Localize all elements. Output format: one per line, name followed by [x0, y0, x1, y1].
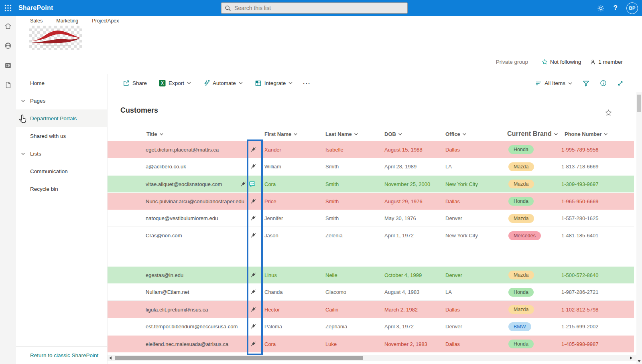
- pin-icon[interactable]: [250, 324, 256, 330]
- table-row[interactable]: eget.dictum.placerat@mattis.caXanderIsab…: [108, 141, 634, 158]
- tab-marketing[interactable]: Marketing: [56, 18, 78, 24]
- scroll-down-arrow[interactable]: [638, 360, 641, 362]
- column-header-office[interactable]: Office: [443, 131, 499, 137]
- table-row[interactable]: Nullam@Etiam.netChandaGiacomoAugust 4, 1…: [108, 284, 634, 301]
- comment-icon[interactable]: [249, 181, 256, 187]
- sidebar-item-department-portals[interactable]: Department Portals: [16, 109, 107, 127]
- share-button[interactable]: Share: [123, 80, 147, 87]
- tab-projectapex[interactable]: ProjectApex: [92, 18, 119, 24]
- table-row[interactable]: vitae.aliquet@sociisnatoque.comCoraSmith…: [108, 176, 634, 192]
- pin-icon[interactable]: [250, 233, 256, 239]
- pin-icon[interactable]: [250, 164, 256, 170]
- scroll-left-arrow[interactable]: [109, 356, 112, 360]
- sidebar-item-shared-with-us[interactable]: Shared with us: [16, 127, 107, 145]
- sidebar-item-label: Lists: [30, 151, 41, 157]
- fullscreen-button[interactable]: [617, 80, 624, 87]
- column-header-dob[interactable]: DOB: [382, 131, 443, 137]
- scroll-right-arrow[interactable]: [630, 356, 632, 360]
- cell-office: New York City: [443, 181, 499, 187]
- table-row[interactable]: Nunc.pulvinar.arcu@conubianostraper.eduP…: [108, 193, 634, 210]
- cell-first-name: Xander: [262, 147, 323, 153]
- cell-title[interactable]: egestas@in.edu: [108, 272, 244, 278]
- cell-pin: [244, 307, 262, 313]
- follow-button[interactable]: Not following: [542, 59, 581, 65]
- sidebar-item-home[interactable]: Home: [16, 74, 107, 92]
- cell-phone: 1-500-572-8640: [559, 272, 634, 278]
- sidebar-item-recycle-bin[interactable]: Recycle bin: [16, 180, 107, 198]
- cell-pin: [244, 324, 262, 330]
- cell-office: Denver: [443, 324, 499, 330]
- table-row[interactable]: est.tempor.bibendum@neccursusa.comPaloma…: [108, 318, 634, 335]
- favorite-star-button[interactable]: [605, 109, 612, 116]
- rail-news-button[interactable]: [0, 55, 16, 75]
- cell-title[interactable]: eleifend.nec.malesuada@atrisus.ca: [108, 341, 244, 347]
- cell-title[interactable]: Nunc.pulvinar.arcu@conubianostraper.edu: [108, 198, 244, 204]
- automate-button[interactable]: Automate: [203, 80, 243, 87]
- cell-last-name: Smith: [323, 198, 382, 204]
- search-box[interactable]: [221, 2, 408, 14]
- vertical-scroll-thumb[interactable]: [637, 95, 641, 112]
- table-row[interactable]: a@aclibero.co.ukWilliamSmithApril 28, 19…: [108, 158, 634, 175]
- sidebar-item-communication[interactable]: Communication: [16, 162, 107, 180]
- pin-icon[interactable]: [250, 215, 256, 221]
- site-nav-tabs: Sales Marketing ProjectApex: [30, 18, 119, 24]
- site-logo: [29, 26, 82, 50]
- cell-title[interactable]: a@aclibero.co.uk: [108, 164, 244, 170]
- column-header-current-brand[interactable]: Current Brand: [501, 130, 559, 138]
- members-button[interactable]: 1 member: [590, 59, 623, 65]
- cell-title[interactable]: ligula.elit.pretium@risus.ca: [108, 307, 244, 313]
- rail-documents-button[interactable]: [0, 75, 16, 95]
- table-row[interactable]: natoque@vestibulumlorem.eduJenniferSmith…: [108, 210, 634, 227]
- cell-office: Denver: [443, 272, 499, 278]
- cell-title[interactable]: natoque@vestibulumlorem.edu: [108, 215, 244, 221]
- pin-icon[interactable]: [250, 341, 256, 347]
- cell-title[interactable]: eget.dictum.placerat@mattis.ca: [108, 147, 244, 153]
- pin-icon[interactable]: [250, 272, 256, 278]
- chevron-down-icon: [554, 132, 558, 136]
- overflow-menu-button[interactable]: ···: [303, 80, 311, 86]
- rail-home-button[interactable]: [0, 16, 16, 36]
- rail-sites-button[interactable]: [0, 36, 16, 55]
- integrate-button[interactable]: Integrate: [255, 80, 293, 87]
- settings-gear-icon[interactable]: [597, 4, 605, 12]
- cell-title[interactable]: Cras@non.com: [108, 233, 244, 239]
- cell-title[interactable]: vitae.aliquet@sociisnatoque.com: [108, 181, 244, 187]
- search-input[interactable]: [234, 5, 404, 11]
- column-header-phone-number[interactable]: Phone Number: [559, 131, 634, 137]
- pin-icon[interactable]: [250, 198, 256, 204]
- expand-diagonal-icon: [617, 80, 624, 87]
- pin-icon[interactable]: [250, 307, 256, 313]
- cell-title[interactable]: Nullam@Etiam.net: [108, 289, 244, 295]
- cell-pin: [244, 233, 262, 239]
- pin-icon[interactable]: [250, 147, 256, 153]
- return-classic-link[interactable]: Return to classic SharePoint: [30, 352, 98, 358]
- cell-brand: Mazda: [499, 271, 559, 279]
- view-selector[interactable]: All Items: [535, 80, 572, 86]
- sidebar-item-lists[interactable]: Lists: [16, 145, 107, 162]
- sidebar-item-pages[interactable]: Pages: [16, 92, 107, 109]
- pin-icon[interactable]: [240, 181, 246, 187]
- file-icon: [4, 81, 12, 89]
- app-launcher-waffle-icon[interactable]: [0, 0, 16, 16]
- tab-sales[interactable]: Sales: [30, 18, 43, 24]
- cell-phone: 1-481-185-6401: [559, 233, 634, 239]
- info-button[interactable]: [600, 80, 607, 87]
- filter-button[interactable]: [583, 80, 589, 87]
- column-header-title[interactable]: Title: [108, 131, 244, 137]
- sidebar-items: HomePagesDepartment PortalsShared with u…: [16, 74, 107, 198]
- table-row[interactable]: ligula.elit.pretium@risus.caHectorCailin…: [108, 301, 634, 318]
- table-row[interactable]: egestas@in.eduLinusNelleOctober 4, 1999D…: [108, 267, 634, 283]
- cell-title[interactable]: est.tempor.bibendum@neccursusa.com: [108, 324, 244, 330]
- horizontal-scroll-thumb[interactable]: [115, 356, 363, 360]
- help-icon[interactable]: ?: [614, 4, 618, 12]
- vertical-scrollbar: [636, 92, 642, 364]
- table-row[interactable]: eleifend.nec.malesuada@atrisus.caCoraLuk…: [108, 336, 634, 352]
- cell-dob: August 15, 1988: [382, 147, 443, 153]
- column-header-last-name[interactable]: Last Name: [323, 131, 382, 137]
- cell-office: LA: [443, 289, 499, 295]
- pin-icon[interactable]: [250, 289, 256, 295]
- export-button[interactable]: X Export: [159, 80, 191, 87]
- avatar[interactable]: BP: [626, 2, 638, 14]
- table-row[interactable]: Cras@non.comJasonZeleniaApril 1, 1972New…: [108, 227, 634, 244]
- column-header-first-name[interactable]: First Name: [262, 131, 323, 137]
